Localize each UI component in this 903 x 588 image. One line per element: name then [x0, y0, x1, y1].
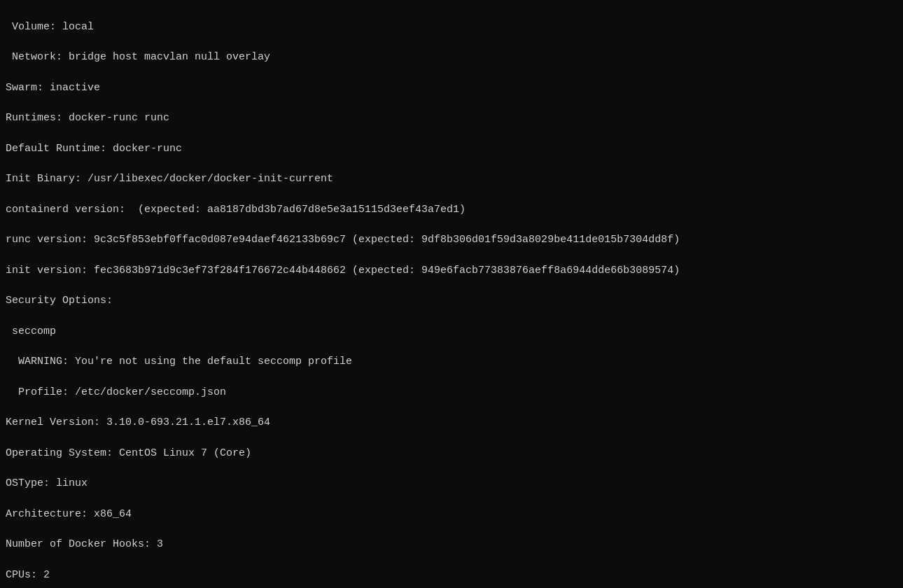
line-hooks: Number of Docker Hooks: 3	[6, 537, 897, 552]
line-seccomp: seccomp	[6, 324, 897, 340]
line-kernel: Kernel Version: 3.10.0-693.21.1.el7.x86_…	[6, 415, 897, 430]
terminal-window: Volume: local Network: bridge host macvl…	[6, 4, 897, 584]
line-ostype: OSType: linux	[6, 476, 897, 491]
line-security: Security Options:	[6, 293, 897, 309]
line-runc: runc version: 9c3c5f853ebf0ffac0d087e94d…	[6, 232, 897, 248]
line-swarm: Swarm: inactive	[6, 80, 897, 96]
line-containerd: containerd version: (expected: aa8187dbd…	[6, 202, 897, 218]
line-warning: WARNING: You're not using the default se…	[6, 354, 897, 370]
line-network: Network: bridge host macvlan null overla…	[6, 50, 897, 65]
line-cpus: CPUs: 2	[6, 568, 897, 583]
line-os: Operating System: CentOS Linux 7 (Core)	[6, 446, 897, 461]
line-volume: Volume: local	[6, 20, 897, 35]
line-init-binary: Init Binary: /usr/libexec/docker/docker-…	[6, 172, 897, 187]
line-init: init version: fec3683b971d9c3ef73f284f17…	[6, 263, 897, 279]
line-runtimes: Runtimes: docker-runc runc	[6, 111, 897, 126]
line-profile: Profile: /etc/docker/seccomp.json	[6, 385, 897, 400]
line-default-runtime: Default Runtime: docker-runc	[6, 141, 897, 157]
line-arch: Architecture: x86_64	[6, 507, 897, 522]
